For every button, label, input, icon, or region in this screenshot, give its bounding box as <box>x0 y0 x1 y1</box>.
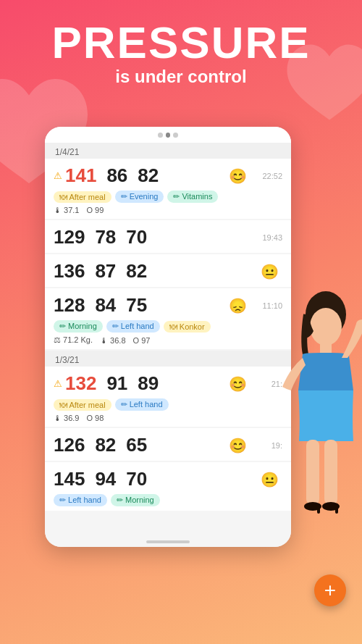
date-header: 1/4/21 <box>45 143 291 159</box>
meta-item: ⚖ 71.2 Kg. <box>54 335 93 345</box>
date-header: 1/3/21 <box>45 351 291 367</box>
meta-item: 🌡 37.1 <box>54 206 79 214</box>
tag-left-hand: ✏ Left hand <box>115 398 169 411</box>
phone-bottom <box>45 537 291 547</box>
table-row[interactable]: ⚠1418682😊22:52🍽 After meal✏ Evening✏ Vit… <box>45 159 291 219</box>
dot-1 <box>158 133 163 138</box>
svg-point-3 <box>356 319 362 328</box>
record-time: 22:52 <box>255 172 282 180</box>
tag-left-hand: ✏ Left hand <box>106 320 160 333</box>
meta-item: O 97 <box>133 336 151 345</box>
systolic-value: 141 <box>65 164 96 187</box>
systolic-value: 128 <box>54 294 85 317</box>
svg-rect-4 <box>306 440 319 505</box>
pulse-value: 75 <box>126 294 147 317</box>
table-row[interactable]: 1288475😞11:10✏ Morning✏ Left hand🍽 Konko… <box>45 288 291 349</box>
meta-item: O 98 <box>86 414 104 422</box>
meta-item: 🌡 36.8 <box>100 336 125 345</box>
tags-row: 🍽 After meal✏ Evening✏ Vitamins <box>54 191 282 203</box>
bottom-indicator <box>146 540 190 543</box>
add-record-button[interactable]: + <box>314 574 346 606</box>
systolic-value: 136 <box>54 260 85 283</box>
mood-emoji: 😐 <box>261 263 282 280</box>
tag-konkor: 🍽 Konkor <box>164 321 211 333</box>
mood-emoji: 😊 <box>229 437 251 454</box>
tag-after-meal: 🍽 After meal <box>54 191 111 203</box>
systolic-value: 126 <box>54 434 85 456</box>
svg-rect-5 <box>324 440 337 505</box>
record-time: 11:10 <box>255 301 282 310</box>
tags-row: ✏ Left hand✏ Morning <box>54 494 282 506</box>
svg-rect-9 <box>335 503 338 514</box>
svg-point-6 <box>304 502 321 511</box>
svg-point-7 <box>322 502 340 511</box>
mood-emoji: 😊 <box>229 375 251 393</box>
topbar-dots <box>158 133 178 138</box>
table-row[interactable]: 1459470😐✏ Left hand✏ Morning <box>45 462 291 511</box>
tags-row: 🍽 After meal✏ Left hand <box>54 398 282 411</box>
tags-row: ✏ Morning✏ Left hand🍽 Konkor <box>54 320 282 333</box>
tag-left-hand: ✏ Left hand <box>54 494 107 506</box>
header: PRESSURE is under control <box>0 20 362 87</box>
phone-frame: 1/4/21⚠1418682😊22:52🍽 After meal✏ Evenin… <box>45 127 291 547</box>
diastolic-value: 82 <box>95 434 116 456</box>
svg-point-1 <box>310 308 342 346</box>
record-time: 19:43 <box>255 233 282 242</box>
phone-scroll[interactable]: 1/4/21⚠1418682😊22:52🍽 After meal✏ Evenin… <box>45 143 291 537</box>
svg-rect-2 <box>320 343 332 356</box>
mood-emoji: 😞 <box>229 297 251 314</box>
tag-morning: ✏ Morning <box>111 494 160 506</box>
pulse-value: 82 <box>126 260 147 283</box>
systolic-value: 132 <box>65 372 96 395</box>
diastolic-value: 84 <box>95 294 116 317</box>
diastolic-value: 94 <box>95 468 116 490</box>
tag-vitamins: ✏ Vitamins <box>167 191 218 203</box>
record-time: 21: <box>255 380 282 388</box>
alert-icon: ⚠ <box>54 170 62 181</box>
diastolic-value: 91 <box>106 372 127 395</box>
diastolic-value: 86 <box>106 164 127 187</box>
pulse-value: 70 <box>126 226 147 248</box>
table-row[interactable]: 129787019:43 <box>45 220 291 253</box>
table-row[interactable]: 1268265😊19: <box>45 428 291 461</box>
meta-item: 🌡 36.9 <box>54 414 79 422</box>
subtitle: is under control <box>0 67 362 87</box>
svg-point-0 <box>306 291 346 338</box>
tag-evening: ✏ Evening <box>115 191 164 203</box>
diastolic-value: 87 <box>95 260 116 283</box>
mood-emoji: 😊 <box>229 167 251 185</box>
tag-morning: ✏ Morning <box>54 320 103 333</box>
main-title: PRESSURE <box>0 20 362 65</box>
table-row[interactable]: ⚠1329189😊21:🍽 After meal✏ Left hand🌡 36.… <box>45 367 291 427</box>
meta-row: ⚖ 71.2 Kg.🌡 36.8O 97 <box>54 335 282 345</box>
svg-rect-8 <box>317 503 320 514</box>
record-time: 19: <box>255 441 282 450</box>
tag-after-meal: 🍽 After meal <box>54 399 111 411</box>
systolic-value: 129 <box>54 226 85 248</box>
dot-3 <box>173 133 178 138</box>
alert-icon: ⚠ <box>54 378 62 389</box>
meta-item: O 99 <box>86 206 104 214</box>
table-row[interactable]: 1368782😐 <box>45 254 291 287</box>
meta-row: 🌡 36.9O 98 <box>54 414 282 422</box>
meta-row: 🌡 37.1O 99 <box>54 206 282 214</box>
pulse-value: 82 <box>138 164 159 187</box>
dot-2 <box>166 133 171 138</box>
pulse-value: 70 <box>126 468 147 490</box>
mood-emoji: 😐 <box>261 471 282 488</box>
pulse-value: 89 <box>138 372 159 395</box>
diastolic-value: 78 <box>95 226 116 248</box>
pulse-value: 65 <box>126 434 147 456</box>
phone-topbar <box>45 127 291 143</box>
systolic-value: 145 <box>54 468 85 490</box>
